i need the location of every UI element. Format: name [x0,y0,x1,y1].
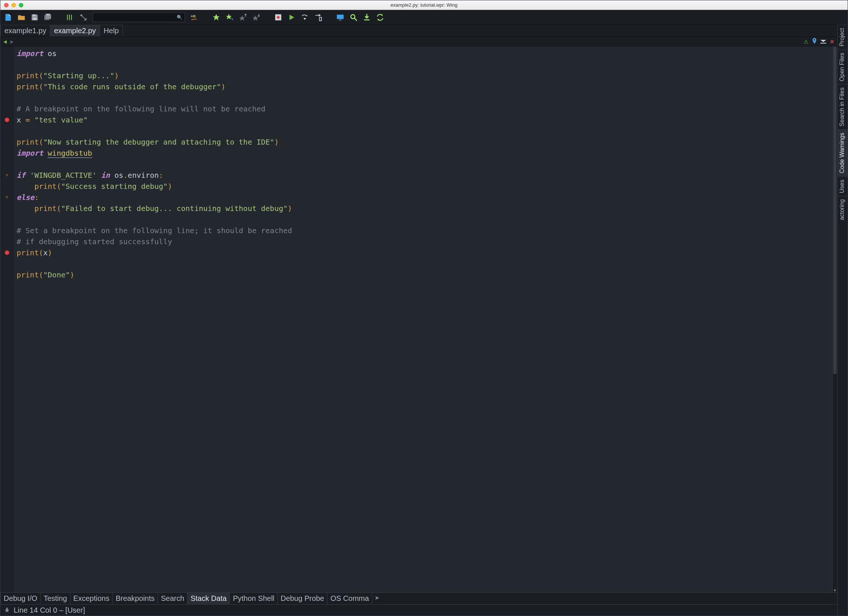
gutter-row[interactable] [0,92,13,103]
gutter-row[interactable] [0,247,13,258]
code-line[interactable]: print("Done") [16,269,829,280]
gutter-row[interactable] [0,70,13,81]
file-tab[interactable]: example2.py [50,25,99,37]
code-area[interactable]: import os print("Starting up...")print("… [14,46,832,592]
bottom-tab[interactable]: Breakpoints [113,593,158,604]
code-line[interactable]: print("Starting up...") [16,70,829,81]
code-line[interactable] [16,126,829,136]
vertical-scrollbar[interactable]: ▲ ▼ [832,46,837,592]
gutter-row[interactable]: ▽ [0,170,13,181]
gutter-row[interactable] [0,181,13,192]
gutter-row[interactable] [0,203,13,214]
breakpoint-icon[interactable] [274,13,282,21]
code-line[interactable]: # if debugging started successfully [16,236,829,247]
code-line[interactable]: if 'WINGDB_ACTIVE' in os.environ: [16,170,829,181]
code-line[interactable] [16,258,829,269]
bottom-tab[interactable]: Debug I/O [0,593,41,604]
gutter-row[interactable] [0,81,13,92]
scrollbar-thumb[interactable] [833,46,836,374]
gutter-row[interactable] [0,225,13,236]
side-tab[interactable]: Search in Files [838,84,848,129]
gutter-row[interactable] [0,214,13,225]
scroll-down-icon[interactable]: ▼ [833,588,837,592]
file-tab[interactable]: example1.py [0,25,50,37]
gutter-row[interactable] [0,59,13,70]
code-line[interactable] [16,92,829,103]
bookmark-prev-icon[interactable] [239,13,247,21]
code-line[interactable]: import os [16,48,829,59]
code-line[interactable] [16,59,829,70]
code-line[interactable]: # A breakpoint on the following line wil… [16,103,829,114]
bottom-tab[interactable]: OS Comma [327,593,372,604]
gutter-row[interactable] [0,280,13,292]
symbol-search-input[interactable]: 🔍 [93,13,185,22]
find-icon[interactable] [350,13,357,21]
code-line[interactable] [16,214,829,225]
step-into-icon[interactable] [314,13,322,21]
gutter-row[interactable] [0,114,13,126]
step-over-icon[interactable] [301,13,309,21]
bottom-tab[interactable]: Testing [41,593,70,604]
nav-back-icon[interactable]: ◀ [3,39,7,44]
gutter-row[interactable] [0,258,13,269]
gutter-row[interactable] [0,236,13,247]
goto-definition-icon[interactable] [79,13,87,21]
code-line[interactable]: import wingdbstub [16,148,829,158]
warning-indicator-icon[interactable]: ⚠ [804,39,808,44]
gutter-row[interactable] [0,148,13,158]
code-line[interactable] [16,280,829,292]
fold-toggle-icon[interactable]: ▽ [6,170,8,181]
breakpoint-dot-icon[interactable] [5,118,9,122]
bottom-tab[interactable]: Stack Data [187,593,230,604]
code-line[interactable]: print("Now starting the debugger and att… [16,136,829,148]
code-line[interactable]: print("This code runs outside of the deb… [16,81,829,92]
code-line[interactable]: else: [16,192,829,203]
gutter-row[interactable] [0,136,13,148]
bottom-tab[interactable]: Search [158,593,187,604]
spellcheck-icon[interactable]: AB [190,13,198,21]
side-tab[interactable]: Project [838,25,848,49]
open-file-icon[interactable] [17,13,25,21]
bookmark-add-icon[interactable] [225,13,234,21]
monitor-icon[interactable] [336,13,344,21]
breakpoint-dot-icon[interactable] [5,250,9,255]
code-line[interactable]: print(x) [16,247,829,258]
gutter-row[interactable] [0,48,13,59]
file-tab[interactable]: Help [100,25,123,37]
bookmark-next-icon[interactable] [252,13,260,21]
bookmark-icon[interactable] [212,13,220,21]
code-line[interactable] [16,292,829,302]
gutter-row[interactable] [0,103,13,114]
code-line[interactable]: print("Failed to start debug... continui… [16,203,829,214]
editor-gutter[interactable]: ▽▽ [0,46,14,592]
bottom-tab[interactable]: Debug Probe [278,593,328,604]
pin-icon[interactable] [812,38,817,45]
side-tab[interactable]: Code Warnings [838,129,848,176]
side-tab[interactable]: Uses [838,176,848,196]
code-editor[interactable]: ▽▽ import os print("Starting up...")prin… [0,46,837,592]
new-file-icon[interactable] [4,13,12,21]
indentation-icon[interactable] [66,13,74,21]
gutter-row[interactable] [0,269,13,280]
gutter-row[interactable] [0,158,13,170]
debug-run-icon[interactable] [288,13,296,21]
nav-forward-icon[interactable]: ▶ [10,39,14,44]
download-icon[interactable] [363,13,371,21]
editor-menu-icon[interactable] [820,39,826,44]
save-all-icon[interactable] [44,13,52,21]
side-tab[interactable]: Open Files [838,49,848,84]
refresh-icon[interactable] [376,13,384,21]
gutter-row[interactable] [0,292,13,302]
code-line[interactable]: x = "test value" [16,114,829,126]
bottom-tab[interactable]: Exceptions [71,593,113,604]
code-line[interactable]: # Set a breakpoint on the following line… [16,225,829,236]
save-icon[interactable] [31,13,39,21]
bottom-tab[interactable]: Python Shell [230,593,277,604]
side-tab[interactable]: actoring [838,196,848,223]
code-line[interactable]: print("Success starting debug") [16,181,829,192]
code-line[interactable] [16,158,829,170]
bottom-tabs-overflow-icon[interactable]: ➤ [372,593,382,604]
close-editor-icon[interactable]: ✕ [830,39,834,44]
gutter-row[interactable] [0,126,13,136]
fold-toggle-icon[interactable]: ▽ [6,192,8,203]
